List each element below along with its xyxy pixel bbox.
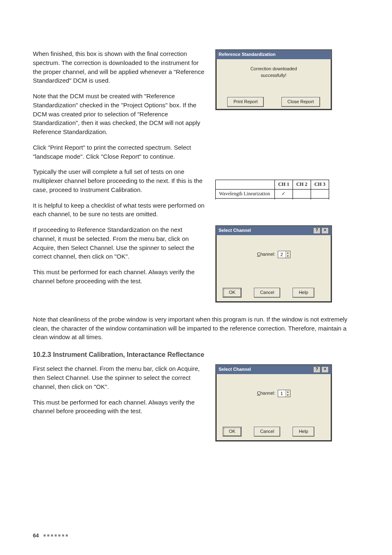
dialog-titlebar: Reference Standardization (216, 50, 331, 59)
para: It is helpful to keep a checklist of wha… (33, 201, 205, 219)
checklist-header (216, 180, 275, 189)
cancel-button[interactable]: Cancel (254, 288, 280, 298)
para: This must be performed for each channel.… (33, 268, 205, 286)
dialog-title: Select Channel (219, 366, 251, 373)
para: This must be performed for each channel.… (33, 398, 205, 416)
checklist-cell (311, 189, 329, 198)
help-button[interactable]: Help (293, 288, 314, 298)
reference-standardization-dialog: Reference Standardization Correction dow… (215, 49, 332, 110)
channel-label: CChannel:hannel: (257, 251, 275, 258)
checklist-row-label: Reference Standardization (216, 199, 275, 200)
page-number: 64 (33, 532, 39, 539)
close-icon[interactable]: × (321, 366, 329, 373)
checklist-cell: ✓ (274, 199, 293, 200)
checklist-header: CH 1 (274, 180, 293, 189)
close-icon[interactable]: × (321, 227, 329, 234)
dialog-message-line: Correction downloaded (250, 66, 297, 72)
checklist-row-label: Wavelength Linearization (216, 189, 275, 198)
spinner-down-icon[interactable]: ▼ (286, 254, 290, 258)
checklist-cell (311, 199, 329, 200)
para: Note that the DCM must be created with "… (33, 92, 205, 136)
section-heading: 10.2.3 Instrument Calibration, Interacta… (33, 350, 359, 359)
dialog-body: Correction downloaded successfully! (216, 59, 331, 85)
dialog-body: CChannel:hannel: ▲ ▼ (216, 235, 331, 275)
cancel-button[interactable]: Cancel (254, 427, 280, 437)
spinner-up-icon[interactable]: ▲ (286, 390, 290, 393)
dialog-title: Reference Standardization (219, 51, 276, 58)
dialog-title: Select Channel (219, 227, 251, 234)
footer-dots-icon (44, 534, 68, 536)
help-icon[interactable]: ? (313, 366, 321, 373)
page-footer: 64 (33, 532, 68, 539)
para: Note that cleanliness of the probe windo… (33, 315, 359, 342)
select-channel-dialog: Select Channel ? × Channel: ▲ (215, 364, 332, 442)
ok-button[interactable]: OK (223, 288, 242, 298)
channel-label: Channel: (257, 390, 275, 397)
para: When finished, this box is shown with th… (33, 49, 205, 85)
dialog-body: Channel: ▲ ▼ (216, 374, 331, 414)
channel-spinner[interactable]: ▲ ▼ (278, 251, 291, 258)
spinner-up-icon[interactable]: ▲ (286, 251, 290, 254)
dialog-titlebar: Select Channel ? × (216, 226, 331, 235)
channel-spinner-input[interactable] (278, 390, 286, 397)
checklist-header: CH 2 (293, 180, 311, 189)
para: First select the channel. From the menu … (33, 364, 205, 391)
help-icon[interactable]: ? (313, 227, 321, 234)
ok-button[interactable]: OK (223, 427, 242, 437)
channel-checklist: CH 1 CH 2 CH 3 Wavelength Linearization … (215, 167, 343, 199)
close-report-button[interactable]: Close Report (281, 97, 320, 107)
help-button[interactable]: Help (293, 427, 314, 437)
channel-spinner[interactable]: ▲ ▼ (278, 390, 291, 397)
checklist-header: CH 3 (311, 180, 329, 189)
print-report-button[interactable]: Print Report (227, 97, 264, 107)
para: If proceeding to Reference Standardizati… (33, 225, 205, 261)
dialog-message-line: successfully! (261, 72, 286, 79)
para: Click "Print Report" to print the correc… (33, 143, 205, 161)
select-channel-dialog: Select Channel ? × CChannel:hannel: (215, 225, 332, 303)
checklist-cell: ✓ (274, 189, 293, 198)
channel-spinner-input[interactable] (278, 251, 286, 258)
dialog-titlebar: Select Channel ? × (216, 365, 331, 374)
checklist-cell (293, 189, 311, 198)
para: Typically the user will complete a full … (33, 167, 205, 194)
checklist-cell (293, 199, 311, 200)
spinner-down-icon[interactable]: ▼ (286, 393, 290, 397)
